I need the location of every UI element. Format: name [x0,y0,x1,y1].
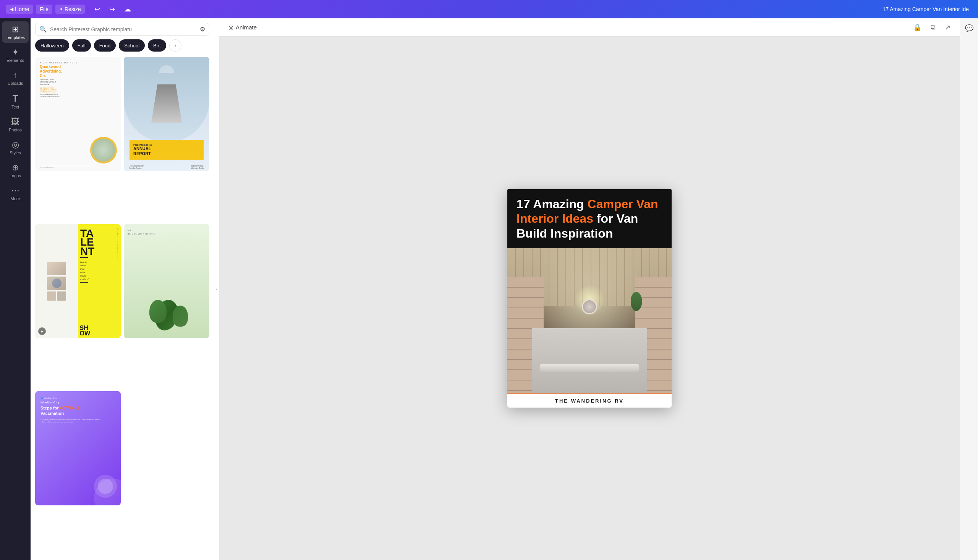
tpl4-plant [124,258,209,338]
tpl2-author2: Sophia PhillipsMartinez Smith [191,165,203,169]
sidebar-item-elements[interactable]: ✦ Elements [2,44,29,66]
tpl3-photos [44,258,69,304]
template-card-covid[interactable]: 🔷 Whelton City Whelton City Steps for CO… [35,391,121,505]
tpl3-dash1 [80,257,88,258]
tpl5-inner: 🔷 Whelton City Whelton City Steps for CO… [35,391,121,505]
sidebar-item-styles[interactable]: ◎ Styles [2,137,29,158]
sidebar-item-label: Templates [6,35,25,40]
sidebar-item-uploads[interactable]: ↑ Uploads [2,67,29,88]
tpl5-brand: 🔷 Whelton City [40,397,115,399]
file-label: File [40,6,48,12]
brand-name: THE WANDERING RV [555,398,624,404]
templates-grid: YOUR MESSAGE MATTERS. QuarkwoodAdvertisi… [30,55,214,560]
tpl1-circle [90,137,117,163]
sidebar-item-label: Text [12,105,19,109]
canvas-header-text: 17 Amazing Camper Van Interior Ideas for… [516,197,662,241]
animate-button[interactable]: ◎ Animate [225,23,260,32]
resize-label: Resize [65,6,81,12]
tags-more-button[interactable]: › [169,39,182,52]
styles-icon: ◎ [12,140,19,150]
sidebar-item-text[interactable]: T Text [2,90,29,112]
tpl5-content: 🔷 Whelton City Whelton City Steps for CO… [35,391,121,505]
tag-fall[interactable]: Fall [72,39,91,52]
right-panel: 💬 [960,18,978,560]
animate-icon: ◎ [228,24,233,31]
search-input[interactable] [50,27,197,32]
sidebar-item-label: Styles [10,150,21,155]
tpl2-footer: Joseph LangstonMartha Forrest Sophia Phi… [130,165,203,169]
topbar: ◀ Home File ✦ Resize ↩ ↪ ☁ 17 Amazing Ca… [0,0,978,18]
tpl1-body: Quarkwood Advertising, Co. isa full-serv… [40,93,116,97]
templates-icon: ⊞ [12,25,19,34]
tag-halloween[interactable]: Halloween [35,39,69,52]
sidebar-item-logos[interactable]: ⊕ Logos [2,160,29,181]
file-button[interactable]: File [36,5,52,14]
document-title: 17 Amazing Camper Van Interior Ide [140,6,972,12]
tpl3-bottom-text: SHOW [80,325,90,337]
canvas-van-image [507,248,671,393]
right-comment-button[interactable]: 💬 [962,22,976,35]
template-card-nature[interactable]: 01 BE ONE WITH NATURE [124,224,209,338]
tpl4-content: 01 BE ONE WITH NATURE [124,224,209,338]
tpl3-left [35,224,78,338]
tpl1-title: QuarkwoodAdvertising,Co. [40,65,116,78]
van-bedding [540,364,639,372]
tpl5-location: Whelton City [40,401,115,404]
tpl5-title: Steps for COVID-19Vaccination [40,406,115,416]
van-plant [631,292,642,311]
tpl2-prepared: PREPARED BY [133,143,200,146]
template-card-quarkwood[interactable]: YOUR MESSAGE MATTERS. QuarkwoodAdvertisi… [35,57,121,171]
tpl5-list: •Line up at Hall A for confirmation of y… [40,418,115,423]
divider [88,5,88,14]
uploads-icon: ↑ [13,70,18,80]
search-icon: 🔍 [39,26,47,33]
canvas-footer: THE WANDERING RV [507,393,671,408]
canvas-header: 17 Amazing Camper Van Interior Ideas for… [507,189,671,248]
tpl3-bigtext: TALENT [80,229,118,256]
canvas-content: 17 Amazing Camper Van Interior Ideas for… [219,37,960,560]
tpl4-number: 01 [128,228,131,232]
canvas-card: 17 Amazing Camper Van Interior Ideas for… [507,189,671,408]
redo-button[interactable]: ↪ [106,3,118,15]
sidebar-item-photos[interactable]: 🖼 Photos [2,114,29,135]
tag-birthday[interactable]: Birt [148,39,166,52]
tpl3-dash2 [80,282,88,283]
tpl2-author1: Joseph LangstonMartha Forrest [130,165,144,169]
duplicate-button[interactable]: ⧉ [928,22,939,33]
logos-icon: ⊕ [12,163,19,173]
filter-icon[interactable]: ⚙ [200,26,205,33]
tpl3-right: TALENT time toshowthemwhatyou'remade of [78,224,121,338]
search-bar: 🔍 ⚙ [30,18,214,35]
tpl2-content: PREPARED BY ANNUALREPORT Joseph Langston… [124,57,209,171]
tpl3-subtext: time toshowthemwhatyou'remade of [80,260,118,281]
cloud-save-button[interactable]: ☁ [121,3,134,15]
home-label: Home [15,6,29,12]
tag-school[interactable]: School [119,39,145,52]
sidebar: ⊞ Templates ✦ Elements ↑ Uploads T Text … [0,18,30,560]
panel-collapse-handle[interactable]: ‹ [214,18,219,560]
canvas-area: ◎ Animate 🔒 ⧉ ↗ 17 Amazing Camper Van In… [219,18,960,560]
search-wrapper: 🔍 ⚙ [35,23,209,35]
tag-food[interactable]: Food [94,39,116,52]
back-home-button[interactable]: ◀ Home [6,5,33,14]
tpl2-title: ANNUALREPORT [133,146,200,155]
sidebar-item-label: Elements [7,58,24,63]
template-card-talent[interactable]: TALENT time toshowthemwhatyou'remade of … [35,224,121,338]
lock-button[interactable]: 🔒 [910,22,925,33]
undo-button[interactable]: ↩ [91,3,103,15]
header-text-part1: 17 Amazing [516,197,588,211]
main-layout: ⊞ Templates ✦ Elements ↑ Uploads T Text … [0,18,978,560]
sidebar-item-label: More [10,196,20,201]
van-interior [507,248,671,393]
template-card-annual-report[interactable]: PREPARED BY ANNUALREPORT Joseph Langston… [124,57,209,171]
tags-bar: Halloween Fall Food School Birt › [30,35,214,55]
text-icon: T [13,93,18,104]
van-mirror [582,299,597,314]
resize-button[interactable]: ✦ Resize [55,5,85,14]
tpl5-deco-small [94,475,117,498]
tpl5-step1: •Line up at Hall A for confirmation of y… [40,418,115,420]
sidebar-item-templates[interactable]: ⊞ Templates [2,22,29,43]
share-button[interactable]: ↗ [942,22,953,33]
sidebar-item-more[interactable]: ⋯ More [2,183,29,204]
tpl5-step2: •Go to Hall B and wait until your name i… [40,421,115,423]
